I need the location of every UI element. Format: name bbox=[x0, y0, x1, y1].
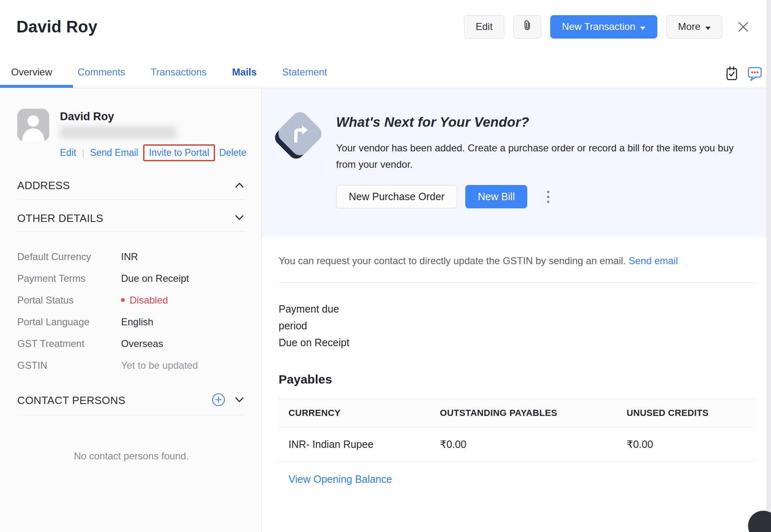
unused-credits-cell: ₹0.00 bbox=[627, 438, 755, 450]
left-panel: David Roy Edit | Send Email Invite to Po… bbox=[0, 88, 262, 532]
column-header-unused-credits: UNUSED CREDITS bbox=[627, 408, 755, 418]
outstanding-payables-cell: ₹0.00 bbox=[440, 438, 627, 450]
detail-label: GSTIN bbox=[17, 360, 121, 371]
detail-row: Portal Language English bbox=[17, 311, 245, 333]
new-purchase-order-button[interactable]: New Purchase Order bbox=[336, 185, 457, 208]
detail-row: Portal Status Disabled bbox=[17, 289, 245, 311]
vendor-detail-page: David Roy Edit New Transaction More bbox=[0, 0, 771, 532]
banner-body: Your vendor has been added. Create a pur… bbox=[336, 140, 755, 173]
invite-to-portal-link[interactable]: Invite to Portal bbox=[149, 147, 209, 158]
scrollbar[interactable] bbox=[766, 0, 771, 532]
table-row: INR- Indian Rupee ₹0.00 ₹0.00 bbox=[278, 427, 755, 462]
more-label: More bbox=[678, 21, 700, 32]
payables-table-header: CURRENCY OUTSTANDING PAYABLES UNUSED CRE… bbox=[278, 399, 755, 427]
new-bill-button[interactable]: New Bill bbox=[465, 185, 527, 208]
paperclip-icon bbox=[522, 20, 532, 34]
detail-row: GST Treatment Overseas bbox=[17, 333, 245, 354]
tab-bar: Overview Comments Transactions Mails Sta… bbox=[0, 49, 771, 88]
other-details-list: Default Currency INR Payment Terms Due o… bbox=[17, 246, 245, 376]
gstin-notice-text: You can request your contact to directly… bbox=[279, 255, 626, 266]
invite-to-portal-highlight: Invite to Portal bbox=[143, 144, 215, 161]
column-header-currency: CURRENCY bbox=[278, 408, 440, 418]
contact-persons-section-title: CONTACT PERSONS bbox=[17, 394, 126, 407]
tasks-clipboard-icon[interactable] bbox=[725, 66, 738, 81]
detail-value: Due on Receipt bbox=[121, 273, 189, 284]
other-details-section-header[interactable]: OTHER DETAILS bbox=[17, 212, 245, 232]
payment-due-line: period bbox=[279, 317, 771, 334]
tab-transactions[interactable]: Transactions bbox=[151, 66, 207, 78]
profile-card: David Roy Edit | Send Email Invite to Po… bbox=[17, 109, 245, 161]
vertical-ellipsis-icon[interactable] bbox=[545, 188, 552, 205]
banner-content: What's Next for Your Vendor? Your vendor… bbox=[336, 111, 755, 237]
payment-due-period: Payment due period Due on Receipt bbox=[279, 301, 771, 351]
detail-row: Payment Terms Due on Receipt bbox=[17, 267, 245, 289]
active-tab-underline bbox=[0, 85, 73, 88]
divider bbox=[279, 282, 755, 283]
send-email-link[interactable]: Send Email bbox=[90, 147, 138, 158]
new-transaction-button[interactable]: New Transaction bbox=[550, 15, 658, 39]
detail-value: English bbox=[121, 316, 153, 328]
header-actions: Edit New Transaction More bbox=[464, 15, 750, 39]
vendor-name: David Roy bbox=[60, 110, 247, 123]
detail-row: Default Currency INR bbox=[17, 246, 245, 267]
close-icon[interactable] bbox=[737, 21, 750, 33]
page-title: David Roy bbox=[16, 18, 97, 36]
detail-label: Default Currency bbox=[17, 251, 121, 263]
add-contact-person-icon[interactable] bbox=[211, 393, 226, 409]
tab-statement[interactable]: Statement bbox=[282, 66, 327, 78]
edit-button[interactable]: Edit bbox=[464, 15, 504, 39]
detail-value: Yet to be updated bbox=[121, 360, 198, 371]
turn-right-icon bbox=[279, 112, 321, 158]
payment-due-line: Due on Receipt bbox=[279, 334, 771, 351]
right-panel: What's Next for Your Vendor? Your vendor… bbox=[262, 88, 771, 532]
contact-persons-section-header[interactable]: CONTACT PERSONS bbox=[17, 393, 245, 415]
header: David Roy Edit New Transaction More bbox=[0, 0, 771, 49]
delete-link[interactable]: Delete bbox=[219, 147, 246, 158]
profile-info: David Roy Edit | Send Email Invite to Po… bbox=[60, 109, 247, 161]
email-redacted-blur bbox=[60, 126, 176, 139]
profile-edit-link[interactable]: Edit bbox=[60, 147, 76, 158]
detail-value: Overseas bbox=[121, 338, 163, 349]
banner-buttons: New Purchase Order New Bill bbox=[336, 185, 755, 208]
avatar bbox=[17, 109, 49, 142]
chevron-down-icon bbox=[640, 21, 645, 32]
tabbar-icons bbox=[725, 66, 762, 81]
address-section-header[interactable]: ADDRESS bbox=[17, 179, 245, 200]
view-opening-balance-link[interactable]: View Opening Balance bbox=[288, 473, 392, 485]
tab-comments[interactable]: Comments bbox=[78, 66, 125, 78]
chevron-up-icon[interactable] bbox=[234, 181, 245, 190]
tab-overview[interactable]: Overview bbox=[11, 66, 52, 78]
currency-cell: INR- Indian Rupee bbox=[278, 438, 440, 450]
detail-label: GST Treatment bbox=[17, 338, 121, 349]
chevron-down-icon bbox=[705, 21, 711, 32]
detail-value: INR bbox=[121, 251, 138, 263]
detail-row: GSTIN Yet to be updated bbox=[17, 354, 245, 376]
main-content: David Roy Edit | Send Email Invite to Po… bbox=[0, 88, 771, 532]
portal-status-value: Disabled bbox=[121, 295, 168, 306]
address-section-title: ADDRESS bbox=[17, 179, 70, 192]
status-dot bbox=[121, 298, 125, 302]
column-header-outstanding-payables: OUTSTANDING PAYABLES bbox=[440, 408, 627, 418]
gstin-notice: You can request your contact to directly… bbox=[262, 237, 771, 267]
attachments-button[interactable] bbox=[513, 15, 541, 39]
payables-table: CURRENCY OUTSTANDING PAYABLES UNUSED CRE… bbox=[278, 399, 755, 462]
new-transaction-label: New Transaction bbox=[562, 21, 636, 32]
tabs: Overview Comments Transactions Mails Sta… bbox=[11, 66, 327, 78]
detail-label: Portal Status bbox=[17, 295, 121, 306]
send-email-gstin-link[interactable]: Send email bbox=[629, 255, 678, 266]
banner-title: What's Next for Your Vendor? bbox=[336, 114, 755, 130]
other-details-section-title: OTHER DETAILS bbox=[17, 212, 103, 225]
contact-persons-controls bbox=[211, 393, 245, 409]
tab-mails[interactable]: Mails bbox=[232, 66, 257, 78]
profile-actions: Edit | Send Email Invite to Portal Delet… bbox=[60, 144, 247, 161]
chevron-down-icon[interactable] bbox=[234, 214, 245, 223]
comments-bubble-icon[interactable] bbox=[747, 66, 762, 81]
link-separator: | bbox=[82, 148, 85, 158]
no-contact-persons-message: No contact persons found. bbox=[17, 450, 245, 462]
more-button[interactable]: More bbox=[666, 15, 722, 39]
chevron-down-icon[interactable] bbox=[234, 396, 245, 405]
detail-label: Payment Terms bbox=[17, 273, 121, 284]
whats-next-banner: What's Next for Your Vendor? Your vendor… bbox=[262, 88, 771, 237]
status-text: Disabled bbox=[130, 295, 168, 306]
payables-heading: Payables bbox=[279, 372, 771, 386]
